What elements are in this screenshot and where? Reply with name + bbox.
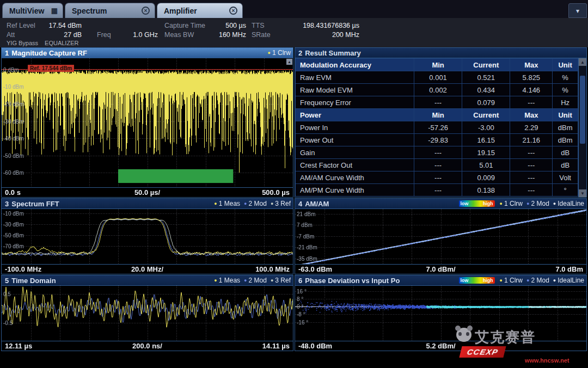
window-title-bar[interactable]: 4 AM/AM lowhigh●1 Clrw●2 Mod●IdealLine bbox=[295, 199, 586, 209]
x-axis-start: 12.11 µs bbox=[5, 342, 32, 350]
setting-value[interactable]: 500 µs bbox=[225, 22, 246, 29]
scroll-up-icon[interactable]: ▲ bbox=[579, 58, 587, 66]
window-title-bar[interactable]: 5 Time Domain ●1 Meas●2 Mod●3 Ref bbox=[2, 275, 293, 286]
legend-label: IdealLine bbox=[558, 277, 584, 284]
window-am-am[interactable]: 4 AM/AM lowhigh●1 Clrw●2 Mod●IdealLine 2… bbox=[295, 198, 587, 274]
x-axis: -48.0 dBm 5.2 dBm/ bbox=[295, 341, 586, 351]
scroll-up-icon[interactable]: ▲ bbox=[286, 59, 292, 65]
tab-label: Spectrum bbox=[72, 7, 107, 15]
window-spectrum-fft[interactable]: 3 Spectrum FFT ●1 Meas●2 Mod●3 Ref -10 d… bbox=[1, 198, 293, 274]
window-magnitude-capture[interactable]: 1 Magnitude Capture RF ●1 Clrw 0 dBm-10 … bbox=[1, 47, 293, 198]
time-domain-canvas[interactable] bbox=[2, 286, 293, 341]
tab-overflow-button[interactable]: ▾ bbox=[568, 3, 587, 18]
scroll-down-icon[interactable]: ▼ bbox=[579, 189, 587, 197]
window-title-bar[interactable]: 3 Spectrum FFT ●1 Meas●2 Mod●3 Ref bbox=[2, 199, 293, 209]
settings-group-capture: Capture Time 500 µs Meas BW 160 MHz bbox=[164, 21, 246, 39]
column-header-cell: Current bbox=[462, 109, 510, 121]
phase-scatter-canvas[interactable] bbox=[295, 286, 586, 341]
fft-trace-canvas[interactable] bbox=[2, 209, 293, 264]
amam-scatter-canvas[interactable] bbox=[295, 209, 586, 264]
magnitude-plot-area[interactable]: 0 dBm-10 dBm-20 dBm-30 dBm-40 dBm-50 dBm… bbox=[2, 58, 293, 187]
setting-value[interactable]: 27 dB bbox=[64, 31, 82, 39]
x-axis: 0.0 s 50.0 µs/ 500.0 µs bbox=[2, 187, 293, 197]
result-row: Crest Factor Out---5.01---dB bbox=[296, 159, 578, 171]
settings-group-freq: Freq 1.0 GHz bbox=[97, 21, 158, 39]
window-title: Time Domain bbox=[11, 277, 56, 285]
result-value-cell: 0.002 bbox=[414, 84, 462, 96]
result-value-cell: --- bbox=[510, 146, 553, 159]
close-icon[interactable]: × bbox=[142, 7, 150, 15]
window-phase-deviation[interactable]: 6 Phase Deviation vs Input Po lowhigh●1 … bbox=[295, 275, 587, 351]
x-axis-start: -100.0 MHz bbox=[5, 265, 41, 273]
legend-item: ●3 Ref bbox=[271, 277, 291, 284]
trace-dot-icon: ● bbox=[268, 51, 271, 56]
result-value-cell: 5.825 bbox=[510, 71, 553, 84]
tab-label: MultiView bbox=[9, 7, 44, 15]
result-value-cell: --- bbox=[510, 159, 553, 171]
setting-value[interactable]: 198.431676836 µs bbox=[303, 22, 359, 29]
result-value-cell: 0.521 bbox=[462, 71, 510, 84]
x-axis-start: -63.0 dBm bbox=[298, 265, 332, 273]
legend-label: 1 Clrw bbox=[272, 49, 291, 57]
setting-value[interactable]: 1.0 GHz bbox=[133, 31, 158, 39]
time-domain-plot-area[interactable]: 0.5-0.5 bbox=[2, 286, 293, 341]
window-result-summary[interactable]: 2 Result Summary Modulation AccuracyMinC… bbox=[295, 47, 587, 198]
legend-label: 2 Mod bbox=[531, 277, 549, 284]
result-value-cell: 21.16 bbox=[510, 134, 553, 146]
result-value-cell: --- bbox=[414, 171, 462, 184]
tab-amplifier[interactable]: Amplifier × bbox=[157, 3, 243, 18]
chevron-down-icon: ▾ bbox=[576, 7, 579, 15]
trace-dot-icon: ● bbox=[214, 278, 217, 283]
setting-value[interactable]: 17.54 dBm bbox=[49, 22, 82, 29]
window-title-bar[interactable]: 1 Magnitude Capture RF ●1 Clrw bbox=[2, 48, 293, 58]
result-value-cell: --- bbox=[414, 96, 462, 109]
column-header-cell: Unit bbox=[553, 59, 578, 71]
result-value-cell: 0.001 bbox=[414, 71, 462, 84]
result-row: AM/PM Curve Width---0.138---° bbox=[296, 184, 578, 197]
result-row: Raw EVM0.0010.5215.825% bbox=[296, 71, 578, 84]
legend-label: IdealLine bbox=[558, 200, 584, 207]
setting-label: TTS bbox=[252, 22, 265, 29]
x-axis-scale: 5.2 dBm/ bbox=[426, 342, 455, 350]
window-number: 6 bbox=[298, 277, 302, 285]
trace-dot-icon: ● bbox=[271, 201, 273, 206]
result-value-cell: -57.26 bbox=[414, 121, 462, 134]
window-title: Magnitude Capture RF bbox=[11, 49, 87, 57]
result-value-cell: --- bbox=[414, 159, 462, 171]
setting-value[interactable]: 160 MHz bbox=[219, 31, 246, 39]
result-value-cell: --- bbox=[414, 146, 462, 159]
scroll-track[interactable] bbox=[579, 66, 586, 189]
scrollbar[interactable]: ▲ ▼ bbox=[578, 58, 586, 197]
scroll-thumb[interactable] bbox=[580, 76, 585, 144]
setting-ref-level: Ref Level 17.54 dBm bbox=[7, 21, 82, 30]
window-title-bar[interactable]: 6 Phase Deviation vs Input Po lowhigh●1 … bbox=[295, 275, 586, 286]
x-axis-end: 7.0 dBm bbox=[555, 265, 583, 273]
tab-multiview[interactable]: MultiView ▦ bbox=[2, 3, 63, 18]
window-number: 4 bbox=[298, 200, 302, 208]
column-header-cell: Unit bbox=[553, 109, 578, 121]
phase-plot-area[interactable]: 16 °8 °0 °-8 °-16 ° bbox=[295, 286, 586, 341]
trace-dot-icon: ● bbox=[526, 278, 529, 283]
fft-plot-area[interactable]: -10 dBm-30 dBm-50 dBm-70 dBm bbox=[2, 209, 293, 264]
amam-plot-area[interactable]: 21 dBm7 dBm-7 dBm-21 dBm-35 dBm bbox=[295, 209, 586, 264]
result-value-cell: 4.146 bbox=[510, 84, 553, 96]
close-icon[interactable]: × bbox=[229, 7, 237, 15]
result-value-cell: Hz bbox=[553, 96, 578, 109]
trace-dot-icon: ● bbox=[553, 201, 556, 206]
window-title-bar[interactable]: 2 Result Summary bbox=[295, 48, 586, 58]
settings-group-timing: TTS 198.431676836 µs SRate 200 MHz bbox=[252, 21, 359, 39]
tab-spectrum[interactable]: Spectrum × bbox=[65, 3, 155, 18]
channel-settings-bar: Ref Level 17.54 dBm Att 27 dB Freq 1.0 G… bbox=[0, 18, 588, 47]
window-time-domain[interactable]: 5 Time Domain ●1 Meas●2 Mod●3 Ref 0.5-0.… bbox=[1, 275, 293, 351]
window-number: 5 bbox=[5, 277, 9, 285]
result-row: Raw Model EVM0.0020.4344.146% bbox=[296, 84, 578, 96]
setting-label: SRate bbox=[252, 31, 271, 39]
legend-label: 3 Ref bbox=[275, 277, 291, 284]
magnitude-trace-canvas[interactable] bbox=[2, 58, 293, 187]
result-value-cell: 0.009 bbox=[462, 171, 510, 184]
spectrum-analyzer-screen: MultiView ▦ Spectrum × Amplifier × ▾ Ref… bbox=[0, 0, 588, 368]
legend-item: ●IdealLine bbox=[553, 277, 584, 284]
equalizer-label: EQUALIZER bbox=[45, 40, 78, 46]
result-row: Power Out-29.8316.1521.16dBm bbox=[296, 134, 578, 146]
setting-value[interactable]: 200 MHz bbox=[332, 31, 359, 39]
